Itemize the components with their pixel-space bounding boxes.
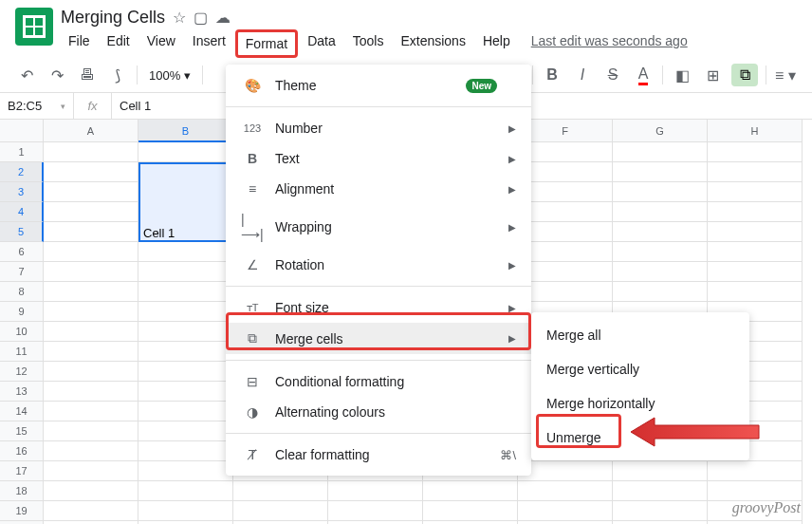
cell[interactable] xyxy=(708,481,803,501)
cell[interactable] xyxy=(423,501,518,521)
menu-extensions[interactable]: Extensions xyxy=(393,29,472,58)
cell[interactable] xyxy=(44,142,138,162)
cell[interactable] xyxy=(328,501,423,521)
document-title[interactable]: Merging Cells xyxy=(61,8,165,28)
sheets-logo[interactable] xyxy=(15,8,53,46)
zoom-select[interactable]: 100% ▾ xyxy=(145,68,194,83)
cell[interactable] xyxy=(518,142,613,162)
cell[interactable] xyxy=(44,182,138,202)
row-header[interactable]: 14 xyxy=(0,402,44,421)
submenu-merge-all[interactable]: Merge all xyxy=(531,318,749,352)
cell[interactable] xyxy=(328,481,423,501)
cell[interactable] xyxy=(708,461,803,481)
cell[interactable] xyxy=(708,182,803,202)
row-header[interactable]: 13 xyxy=(0,382,44,402)
cell[interactable] xyxy=(44,282,138,302)
cell[interactable] xyxy=(44,302,138,322)
cell[interactable] xyxy=(44,242,138,262)
row-header[interactable]: 17 xyxy=(0,461,44,481)
cell[interactable] xyxy=(518,282,613,302)
cell[interactable] xyxy=(518,202,613,222)
cell[interactable] xyxy=(138,302,233,322)
cell[interactable] xyxy=(708,202,803,222)
menu-alignment[interactable]: ≡ Alignment ▶ xyxy=(226,174,531,204)
cell[interactable] xyxy=(613,222,708,242)
cell[interactable] xyxy=(613,282,708,302)
cell[interactable] xyxy=(518,481,613,501)
row-header[interactable]: 4 xyxy=(0,202,44,222)
menu-conditional-formatting[interactable]: ⊟ Conditional formatting xyxy=(226,366,531,397)
italic-icon[interactable]: I xyxy=(571,64,594,86)
cell[interactable] xyxy=(44,322,138,342)
row-header[interactable]: 18 xyxy=(0,481,44,501)
cell[interactable] xyxy=(613,242,708,262)
last-edit-link[interactable]: Last edit was seconds ago xyxy=(531,29,688,58)
cell[interactable] xyxy=(233,481,328,501)
cell[interactable] xyxy=(518,182,613,202)
cell[interactable] xyxy=(518,262,613,282)
menu-merge-cells[interactable]: ⧉ Merge cells ▶ xyxy=(226,323,531,354)
cell[interactable] xyxy=(613,262,708,282)
cell[interactable] xyxy=(613,461,708,481)
borders-icon[interactable]: ⊞ xyxy=(701,64,724,86)
cell[interactable] xyxy=(138,362,233,382)
row-header[interactable]: 8 xyxy=(0,282,44,302)
cell[interactable] xyxy=(138,382,233,402)
select-all-corner[interactable] xyxy=(0,120,44,142)
row-header[interactable]: 6 xyxy=(0,242,44,262)
col-header[interactable]: H xyxy=(708,120,803,142)
col-header[interactable]: G xyxy=(613,120,708,142)
row-header[interactable]: 5 xyxy=(0,222,44,242)
cell[interactable] xyxy=(613,142,708,162)
submenu-merge-vertically[interactable]: Merge vertically xyxy=(531,352,749,386)
cell[interactable] xyxy=(138,461,233,481)
menu-tools[interactable]: Tools xyxy=(345,29,392,58)
cloud-icon[interactable]: ☁ xyxy=(215,9,231,27)
col-header[interactable]: A xyxy=(44,120,138,142)
row-header[interactable]: 3 xyxy=(0,182,44,202)
cell[interactable] xyxy=(44,342,138,362)
row-header[interactable]: 19 xyxy=(0,501,44,521)
cell[interactable] xyxy=(138,402,233,421)
cell[interactable] xyxy=(613,202,708,222)
cell[interactable] xyxy=(44,382,138,402)
row-header[interactable]: 16 xyxy=(0,441,44,461)
cell[interactable] xyxy=(233,501,328,521)
col-header[interactable]: B xyxy=(138,120,233,142)
cell[interactable] xyxy=(138,242,233,262)
cell[interactable] xyxy=(44,402,138,421)
print-icon[interactable]: 🖶 xyxy=(76,64,99,86)
star-icon[interactable]: ☆ xyxy=(173,9,186,27)
cell[interactable] xyxy=(44,262,138,282)
cell[interactable] xyxy=(613,501,708,521)
cell[interactable] xyxy=(518,222,613,242)
cell[interactable] xyxy=(44,501,138,521)
row-header[interactable]: 12 xyxy=(0,362,44,382)
menu-theme[interactable]: 🎨 Theme New xyxy=(226,70,531,101)
col-header[interactable]: F xyxy=(518,120,613,142)
cell[interactable] xyxy=(44,461,138,481)
cell[interactable] xyxy=(708,142,803,162)
strikethrough-icon[interactable]: S xyxy=(601,64,624,86)
cell[interactable] xyxy=(613,481,708,501)
menu-clear-formatting[interactable]: T̸ Clear formatting ⌘\ xyxy=(226,440,531,470)
row-header[interactable]: 2 xyxy=(0,162,44,182)
menu-text[interactable]: B Text ▶ xyxy=(226,143,531,174)
menu-number[interactable]: 123 Number ▶ xyxy=(226,113,531,143)
menu-alternating-colours[interactable]: ◑ Alternating colours xyxy=(226,397,531,427)
horizontal-align-icon[interactable]: ≡ ▾ xyxy=(774,64,797,86)
redo-icon[interactable]: ↷ xyxy=(46,64,68,86)
cell[interactable] xyxy=(423,481,518,501)
text-color-icon[interactable]: A xyxy=(632,64,655,86)
cell[interactable] xyxy=(708,222,803,242)
menu-edit[interactable]: Edit xyxy=(100,29,138,58)
cell[interactable] xyxy=(138,322,233,342)
cell[interactable] xyxy=(138,142,233,162)
cell[interactable] xyxy=(44,202,138,222)
cell[interactable] xyxy=(708,282,803,302)
paint-format-icon[interactable]: ⟆ xyxy=(106,64,129,86)
menu-view[interactable]: View xyxy=(139,29,183,58)
cell[interactable] xyxy=(138,441,233,461)
cell[interactable] xyxy=(44,441,138,461)
cell-reference[interactable]: B2:C5▾ xyxy=(0,93,74,119)
